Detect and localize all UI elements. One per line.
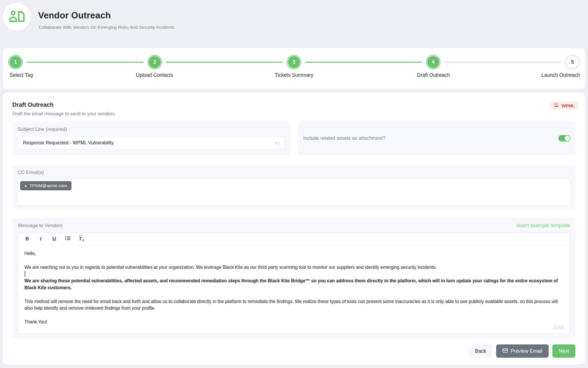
bold-icon[interactable]: B: [24, 236, 30, 242]
step-label-draft-outreach: Draft Outreach: [417, 72, 450, 78]
cc-label: CC Email(s): [18, 170, 570, 175]
message-char-count: 2065: [553, 325, 564, 331]
tag-badge-label: WPML: [562, 103, 575, 108]
subject-input-wrap: 61: [18, 136, 285, 150]
subject-panel: Subject Line (required) 61: [12, 121, 290, 155]
message-body-input[interactable]: Hello, We are reaching out to you in reg…: [18, 245, 570, 334]
step-indicator-2[interactable]: 2: [148, 55, 161, 69]
envelope-icon: [502, 348, 508, 354]
step-label-select-tag: Select Tag: [9, 72, 33, 78]
text-cursor: [25, 271, 25, 277]
footer-actions: Back Preview Email Next: [469, 344, 575, 358]
step-indicator-5: 5: [566, 55, 579, 69]
cc-input[interactable]: × TPRM@acme.com: [18, 179, 570, 206]
next-button[interactable]: Next: [552, 344, 575, 358]
step-indicator-4[interactable]: 4: [427, 55, 440, 69]
back-button[interactable]: Back: [469, 344, 492, 358]
subject-input[interactable]: [22, 140, 272, 146]
message-paragraph: We are reaching out to you in regards to…: [24, 264, 564, 271]
step-indicator-1[interactable]: 1: [9, 55, 22, 69]
step-label-upload-contacts: Upload Contacts: [136, 72, 173, 78]
cc-email-chip[interactable]: × TPRM@acme.com: [20, 181, 71, 190]
preview-email-button[interactable]: Preview Email: [496, 344, 549, 358]
underline-icon[interactable]: U: [51, 236, 57, 242]
stepper-row: 1 2 3 4 5: [3, 48, 585, 69]
section-title: Draft Outreach: [12, 101, 54, 108]
page-title: Vendor Outreach: [38, 10, 111, 21]
subject-toggle-row: Subject Line (required) 61 Include relat…: [12, 121, 576, 155]
italic-icon[interactable]: I: [38, 236, 44, 242]
message-paragraph: This method will remove the need for ema…: [24, 298, 564, 312]
step-connector: [22, 62, 148, 63]
step-connector: [301, 62, 427, 63]
message-paragraph-bold: We are sharing these potential vulnerabi…: [24, 277, 564, 291]
insert-template-link[interactable]: Insert example template: [516, 223, 570, 229]
page-header: Vendor Outreach Collaborate With Vendors…: [0, 0, 588, 43]
message-header: Message to Vendors Insert example templa…: [18, 223, 570, 229]
draft-outreach-panel: Draft Outreach Draft the email message t…: [3, 93, 585, 365]
avatar: [3, 3, 31, 31]
wpml-lines-icon: [554, 103, 560, 108]
attachment-toggle-panel: Include related assets as attachment?: [298, 121, 576, 155]
message-paragraph: Thank You!: [24, 319, 564, 325]
rich-text-editor: B I U Tx Hello, We are reach: [18, 233, 570, 334]
subject-label: Subject Line (required): [18, 126, 285, 132]
message-paragraph: Hello,: [24, 250, 564, 257]
step-connector: [440, 62, 566, 63]
bullet-list-icon[interactable]: [65, 236, 71, 242]
section-subtitle: Draft the email message to send to your …: [12, 111, 116, 116]
cc-email-chip-text: TPRM@acme.com: [30, 183, 67, 188]
subject-char-count: 61: [275, 140, 280, 145]
tag-badge-wpml: WPML: [550, 101, 579, 110]
page-subtitle: Collaborate With Vendors On Emerging Ris…: [39, 25, 175, 30]
step-indicator-3[interactable]: 3: [287, 55, 301, 69]
attachment-toggle-label: Include related assets as attachment?: [303, 135, 385, 141]
cc-panel: CC Email(s) × TPRM@acme.com: [12, 165, 576, 209]
preview-email-label: Preview Email: [510, 348, 542, 354]
step-label-launch-outreach: Launch Outreach: [541, 72, 580, 78]
wizard-stepper: 1 2 3 4 5 Select Tag Upload Contacts Tic…: [3, 48, 585, 89]
message-label: Message to Vendors: [18, 223, 63, 229]
chip-remove-icon[interactable]: ×: [24, 184, 27, 188]
toggle-knob: [565, 136, 570, 141]
stepper-labels: Select Tag Upload Contacts Tickets Summa…: [3, 72, 585, 83]
attachment-toggle[interactable]: [558, 135, 570, 141]
person-document-icon: [9, 9, 25, 24]
message-panel: Message to Vendors Insert example templa…: [12, 218, 576, 339]
step-label-tickets-summary: Tickets Summary: [275, 72, 314, 78]
clear-formatting-icon[interactable]: Tx: [78, 236, 84, 242]
editor-toolbar: B I U Tx: [18, 233, 570, 245]
step-connector: [161, 62, 287, 63]
